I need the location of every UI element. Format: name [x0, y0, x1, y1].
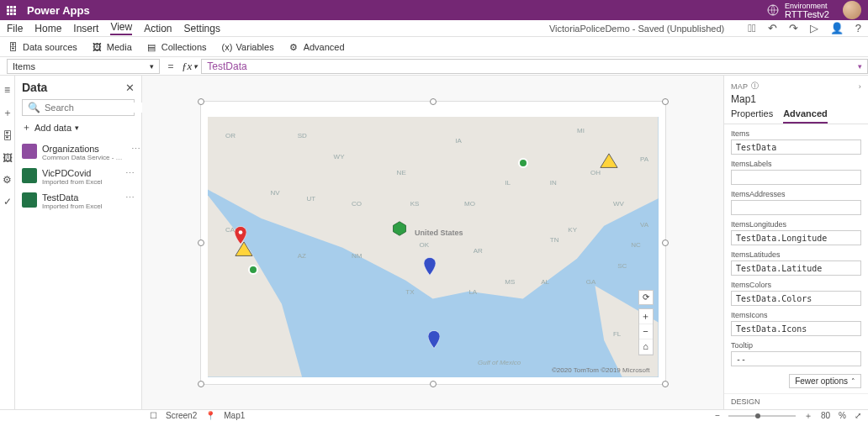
database-icon: 🗄	[8, 42, 19, 52]
menu-action[interactable]: Action	[144, 23, 172, 34]
panel-breadcrumb: MAP	[731, 82, 748, 91]
map-attribution: ©2020 TomTom ©2019 Microsoft	[552, 366, 650, 374]
map-zoom-out-button[interactable]: −	[639, 324, 653, 339]
property-dropdown-value: Items	[13, 61, 35, 71]
map-compass-button[interactable]: ⟳	[638, 290, 654, 305]
status-screen-name[interactable]: Screen2	[166, 411, 197, 420]
equals-label: =	[163, 61, 178, 72]
field-items-labels[interactable]	[731, 170, 861, 185]
cds-icon	[22, 144, 37, 159]
ribbon-advanced[interactable]: ⚙Advanced	[289, 42, 345, 52]
ribbon-variables[interactable]: (x)Variables	[222, 42, 274, 52]
tab-properties[interactable]: Properties	[731, 108, 773, 124]
fewer-options-button[interactable]: Fewer options˄	[789, 374, 861, 388]
ribbon-data-sources[interactable]: 🗄Data sources	[8, 42, 77, 52]
media-icon: 🖼	[93, 42, 103, 52]
selection-handle[interactable]	[430, 381, 437, 387]
data-search[interactable]: 🔍	[22, 99, 135, 116]
close-icon[interactable]: ✕	[125, 82, 135, 94]
more-icon[interactable]: ⋯	[125, 168, 135, 179]
chevron-down-icon: ▾	[150, 62, 154, 71]
field-items-icons[interactable]: TestData.Icons	[731, 321, 861, 336]
environment-block[interactable]: Environment RTTTestv2	[785, 2, 829, 18]
selection-handle[interactable]	[198, 381, 204, 387]
map-surface[interactable]: United States Gulf of Mexico OR SD IA MI…	[208, 117, 659, 377]
collections-icon: ▤	[147, 42, 157, 52]
selection-handle[interactable]	[430, 98, 437, 105]
chevron-right-icon[interactable]: ›	[859, 82, 861, 91]
add-data-button[interactable]: ＋ Add data ▾	[22, 121, 135, 134]
map-zoom-in-button[interactable]: ＋	[639, 309, 653, 324]
map-control[interactable]: United States Gulf of Mexico OR SD IA MI…	[201, 102, 665, 384]
selection-handle[interactable]	[662, 381, 669, 387]
selection-handle[interactable]	[662, 98, 669, 105]
zoom-in-icon[interactable]: ＋	[804, 410, 812, 422]
formula-input[interactable]: TestData ▾	[201, 59, 868, 74]
rail-media-icon[interactable]: 🖼	[3, 152, 13, 164]
field-tooltip[interactable]: --	[731, 351, 861, 366]
status-selection[interactable]: Map1	[224, 411, 245, 420]
formula-bar: Items ▾ = ƒx▾ TestData ▾	[0, 57, 868, 76]
status-screen-check[interactable]: ☐	[150, 411, 157, 420]
app-checker-icon[interactable]: �⃞	[748, 22, 756, 34]
info-icon[interactable]: ⓘ	[751, 81, 759, 92]
design-section-header: DESIGN	[724, 393, 868, 409]
gulf-label: Gulf of Mexico	[478, 359, 521, 366]
data-source-item[interactable]: VicPDCovid Imported from Excel ⋯	[22, 165, 135, 189]
map-pin-blue[interactable]	[428, 330, 440, 349]
avatar[interactable]	[843, 1, 861, 19]
map-marker-triangle-yellow[interactable]	[235, 241, 253, 256]
field-items-colors[interactable]: TestData.Colors	[731, 291, 861, 306]
rail-tree-icon[interactable]: ≡	[4, 84, 10, 96]
rail-data-icon[interactable]: 🗄	[3, 130, 13, 142]
share-icon[interactable]: 👤	[830, 22, 844, 34]
more-icon[interactable]: ⋯	[131, 144, 140, 155]
more-icon[interactable]: ⋯	[125, 192, 135, 203]
field-items-latitudes[interactable]: TestData.Latitude	[731, 260, 861, 276]
menu-file[interactable]: File	[7, 23, 23, 34]
selection-handle[interactable]	[662, 239, 669, 246]
property-dropdown[interactable]: Items ▾	[7, 59, 160, 74]
help-icon[interactable]: ?	[855, 22, 861, 34]
field-items-addresses[interactable]	[731, 200, 861, 215]
menu-view[interactable]: View	[110, 21, 132, 35]
map-pin-blue[interactable]	[424, 257, 436, 276]
design-canvas[interactable]: United States Gulf of Mexico OR SD IA MI…	[142, 76, 723, 409]
undo-icon[interactable]: ↶	[768, 22, 777, 34]
map-marker-hexagon-green[interactable]	[392, 221, 407, 236]
ribbon-collections[interactable]: ▤Collections	[147, 42, 207, 52]
redo-icon[interactable]: ↷	[789, 22, 798, 34]
rail-add-icon[interactable]: ＋	[3, 106, 13, 120]
menu-insert[interactable]: Insert	[73, 23, 98, 34]
play-icon[interactable]: ▷	[810, 22, 818, 34]
advanced-icon: ⚙	[289, 42, 299, 52]
field-items-longitudes[interactable]: TestData.Longitude	[731, 230, 861, 245]
waffle-icon[interactable]	[7, 6, 20, 15]
chevron-down-icon[interactable]: ▾	[858, 62, 862, 71]
environment-icon	[766, 3, 780, 17]
menu-home[interactable]: Home	[34, 23, 61, 34]
rail-advanced-icon[interactable]: ⚙	[3, 174, 12, 186]
map-marker-triangle-yellow[interactable]	[600, 153, 618, 168]
map-marker-dot-green[interactable]	[248, 265, 258, 275]
selected-control-name: Map1	[731, 93, 861, 105]
fx-icon[interactable]: ƒx▾	[182, 60, 198, 73]
rail-tests-icon[interactable]: ✓	[3, 196, 12, 208]
selection-handle[interactable]	[198, 239, 204, 246]
fit-icon[interactable]: ⤢	[855, 411, 861, 420]
zoom-slider[interactable]	[728, 415, 796, 417]
data-source-item[interactable]: TestData Imported from Excel ⋯	[22, 189, 135, 213]
svg-point-1	[238, 230, 242, 234]
ribbon-media[interactable]: 🖼Media	[93, 42, 132, 52]
menu-bar: File Home Insert View Action Settings Vi…	[0, 20, 868, 37]
tab-advanced[interactable]: Advanced	[783, 108, 828, 124]
svg-marker-2	[236, 242, 252, 255]
field-items[interactable]: TestData	[731, 139, 861, 155]
menu-settings[interactable]: Settings	[184, 23, 220, 34]
search-icon: 🔍	[28, 102, 40, 113]
map-home-button[interactable]: ⌂	[639, 339, 653, 355]
status-bar: ☐ Screen2 📍 Map1 − ＋ 80 % ⤢	[0, 409, 868, 421]
selection-handle[interactable]	[198, 98, 204, 105]
data-source-item[interactable]: Organizations Common Data Service - Curr…	[22, 140, 135, 165]
zoom-out-icon[interactable]: −	[715, 411, 720, 420]
